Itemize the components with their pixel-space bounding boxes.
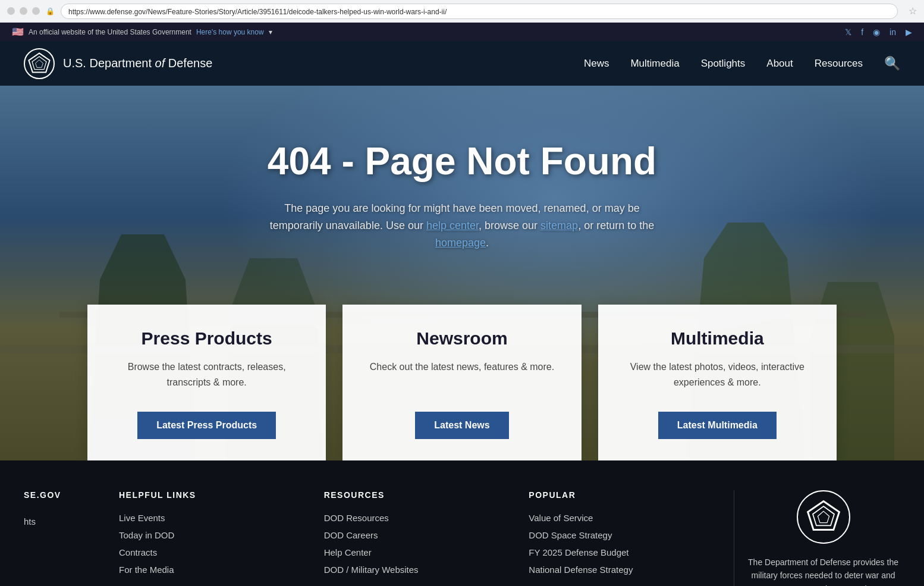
instagram-icon[interactable]: ◉ <box>873 27 880 37</box>
footer-pentagon-logo <box>797 490 850 544</box>
newsroom-card: Newsroom Check out the latest news, feat… <box>342 305 581 460</box>
main-nav: News Multimedia Spotlights About Resourc… <box>584 56 900 71</box>
help-center-link[interactable]: help center <box>426 220 479 231</box>
multimedia-card: Multimedia View the latest photos, video… <box>598 305 837 460</box>
pentagon-logo <box>24 48 55 79</box>
multimedia-desc: View the latest photos, videos, interact… <box>617 359 818 395</box>
nav-multimedia[interactable]: Multimedia <box>630 58 679 70</box>
footer: SE.GOV hts HELPFUL LINKS Live Events Tod… <box>0 460 924 586</box>
main-header: U.S. Department of Defense News Multimed… <box>0 41 924 86</box>
footer-col-domain: SE.GOV hts <box>24 490 119 586</box>
browser-back <box>7 7 15 15</box>
error-period: . <box>486 237 489 249</box>
error-description: The page you are looking for might have … <box>260 200 664 251</box>
search-button[interactable]: 🔍 <box>884 56 900 71</box>
us-flag-icon: 🇺🇸 <box>12 26 24 37</box>
browser-forward <box>20 7 27 15</box>
footer-military-websites-link[interactable]: DOD / Military Websites <box>324 565 517 575</box>
press-products-card: Press Products Browse the latest contrac… <box>87 305 326 460</box>
browser-nav-icons <box>7 7 40 15</box>
logo-text: U.S. Department of Defense <box>63 57 212 70</box>
footer-col-resources: RESOURCES DOD Resources DOD Careers Help… <box>324 490 529 586</box>
footer-hts-link[interactable]: hts <box>24 513 107 531</box>
footer-today-in-dod-link[interactable]: Today in DOD <box>119 530 312 540</box>
browser-refresh <box>32 7 40 15</box>
hero-section: 404 - Page Not Found The page you are lo… <box>0 86 924 460</box>
footer-for-the-media-link[interactable]: For the Media <box>119 565 312 575</box>
youtube-icon[interactable]: ▶ <box>906 27 912 37</box>
url-bar[interactable]: https://www.defense.gov/News/Feature-Sto… <box>61 4 898 19</box>
footer-live-events-link[interactable]: Live Events <box>119 513 312 523</box>
cards-section: Press Products Browse the latest contrac… <box>87 305 837 460</box>
footer-helpful-heading: HELPFUL LINKS <box>119 490 312 500</box>
press-products-desc: Browse the latest contracts, releases, t… <box>106 359 307 395</box>
nav-news[interactable]: News <box>584 58 609 70</box>
footer-dod-careers-link[interactable]: DOD Careers <box>324 530 517 540</box>
latest-news-button[interactable]: Latest News <box>415 412 508 439</box>
footer-national-defense-strategy-link[interactable]: National Defense Strategy <box>529 565 722 575</box>
error-desc-end: , or return to the <box>578 220 654 231</box>
footer-dod-space-strategy-link[interactable]: DOD Space Strategy <box>529 530 722 540</box>
linkedin-icon[interactable]: in <box>890 27 896 37</box>
sitemap-link[interactable]: sitemap <box>540 220 578 231</box>
social-icons: 𝕏 f ◉ in ▶ <box>845 27 912 37</box>
footer-contracts-link[interactable]: Contracts <box>119 547 312 557</box>
footer-domain-heading: SE.GOV <box>24 490 107 500</box>
footer-help-center-link[interactable]: Help Center <box>324 547 517 557</box>
newsroom-desc: Check out the latest news, features & mo… <box>362 359 562 395</box>
nav-resources[interactable]: Resources <box>815 58 863 70</box>
gov-banner-text: An official website of the United States… <box>29 28 191 36</box>
gov-banner: 🇺🇸 An official website of the United Sta… <box>0 23 924 41</box>
logo-area: U.S. Department of Defense <box>24 48 212 79</box>
svg-marker-5 <box>818 511 829 522</box>
browser-chrome: 🔒 https://www.defense.gov/News/Feature-S… <box>0 0 924 23</box>
footer-fy2025-budget-link[interactable]: FY 2025 Defense Budget <box>529 547 722 557</box>
footer-tagline: The Department of Defense provides the m… <box>746 556 900 586</box>
svg-marker-2 <box>36 59 43 67</box>
footer-partial-links: hts <box>24 513 107 531</box>
latest-multimedia-button[interactable]: Latest Multimedia <box>658 412 777 439</box>
footer-logo-col: The Department of Defense provides the m… <box>734 490 900 586</box>
footer-dod-resources-link[interactable]: DOD Resources <box>324 513 517 523</box>
homepage-link[interactable]: homepage <box>435 237 486 249</box>
facebook-icon[interactable]: f <box>861 27 863 37</box>
bookmark-icon[interactable]: ☆ <box>909 5 917 17</box>
newsroom-title: Newsroom <box>362 328 562 349</box>
nav-spotlights[interactable]: Spotlights <box>701 58 746 70</box>
multimedia-title: Multimedia <box>617 328 818 349</box>
error-title: 404 - Page Not Found <box>260 139 664 183</box>
dropdown-arrow-icon: ▾ <box>269 28 272 36</box>
twitter-x-icon[interactable]: 𝕏 <box>845 27 851 37</box>
nav-about[interactable]: About <box>766 58 793 70</box>
gov-banner-left: 🇺🇸 An official website of the United Sta… <box>12 26 272 37</box>
footer-resources-heading: RESOURCES <box>324 490 517 500</box>
footer-col-helpful: HELPFUL LINKS Live Events Today in DOD C… <box>119 490 324 586</box>
security-icon: 🔒 <box>46 7 55 15</box>
latest-press-products-button[interactable]: Latest Press Products <box>137 412 276 439</box>
hero-content: 404 - Page Not Found The page you are lo… <box>260 86 664 251</box>
how-to-know-link[interactable]: Here's how you know <box>196 28 264 36</box>
footer-value-of-service-link[interactable]: Value of Service <box>529 513 722 523</box>
error-desc-mid: , browse our <box>479 220 538 231</box>
footer-popular-heading: POPULAR <box>529 490 722 500</box>
press-products-title: Press Products <box>106 328 307 349</box>
footer-col-popular: POPULAR Value of Service DOD Space Strat… <box>529 490 734 586</box>
